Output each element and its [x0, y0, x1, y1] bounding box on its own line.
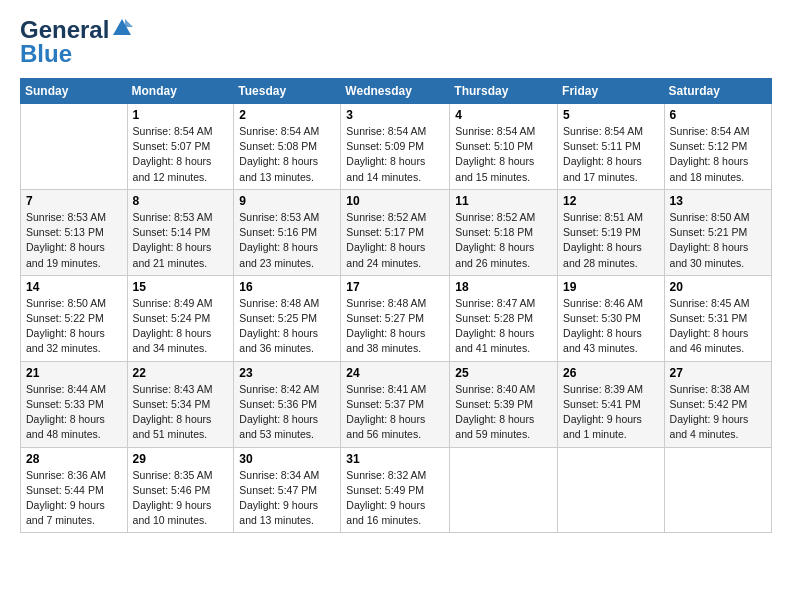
day-info: Sunrise: 8:53 AMSunset: 5:14 PMDaylight:… — [133, 210, 229, 271]
calendar-day-cell: 4Sunrise: 8:54 AMSunset: 5:10 PMDaylight… — [450, 104, 558, 190]
calendar-week-row: 21Sunrise: 8:44 AMSunset: 5:33 PMDayligh… — [21, 361, 772, 447]
calendar-day-cell: 5Sunrise: 8:54 AMSunset: 5:11 PMDaylight… — [558, 104, 665, 190]
day-number: 14 — [26, 280, 122, 294]
day-number: 6 — [670, 108, 766, 122]
day-info: Sunrise: 8:54 AMSunset: 5:09 PMDaylight:… — [346, 124, 444, 185]
day-info: Sunrise: 8:44 AMSunset: 5:33 PMDaylight:… — [26, 382, 122, 443]
day-number: 29 — [133, 452, 229, 466]
day-info: Sunrise: 8:41 AMSunset: 5:37 PMDaylight:… — [346, 382, 444, 443]
day-info: Sunrise: 8:54 AMSunset: 5:10 PMDaylight:… — [455, 124, 552, 185]
day-info: Sunrise: 8:54 AMSunset: 5:11 PMDaylight:… — [563, 124, 659, 185]
calendar-week-row: 7Sunrise: 8:53 AMSunset: 5:13 PMDaylight… — [21, 189, 772, 275]
day-number: 11 — [455, 194, 552, 208]
day-number: 2 — [239, 108, 335, 122]
day-info: Sunrise: 8:32 AMSunset: 5:49 PMDaylight:… — [346, 468, 444, 529]
day-number: 25 — [455, 366, 552, 380]
day-number: 4 — [455, 108, 552, 122]
day-number: 31 — [346, 452, 444, 466]
day-number: 28 — [26, 452, 122, 466]
col-friday: Friday — [558, 79, 665, 104]
day-info: Sunrise: 8:52 AMSunset: 5:18 PMDaylight:… — [455, 210, 552, 271]
calendar-week-row: 28Sunrise: 8:36 AMSunset: 5:44 PMDayligh… — [21, 447, 772, 533]
day-info: Sunrise: 8:39 AMSunset: 5:41 PMDaylight:… — [563, 382, 659, 443]
col-tuesday: Tuesday — [234, 79, 341, 104]
calendar-page: General Blue Sunday Monday Tuesday Wedne… — [0, 0, 792, 612]
calendar-day-cell: 28Sunrise: 8:36 AMSunset: 5:44 PMDayligh… — [21, 447, 128, 533]
day-info: Sunrise: 8:47 AMSunset: 5:28 PMDaylight:… — [455, 296, 552, 357]
day-info: Sunrise: 8:49 AMSunset: 5:24 PMDaylight:… — [133, 296, 229, 357]
calendar-day-cell: 30Sunrise: 8:34 AMSunset: 5:47 PMDayligh… — [234, 447, 341, 533]
header: General Blue — [20, 16, 772, 68]
day-number: 21 — [26, 366, 122, 380]
day-info: Sunrise: 8:54 AMSunset: 5:07 PMDaylight:… — [133, 124, 229, 185]
day-info: Sunrise: 8:34 AMSunset: 5:47 PMDaylight:… — [239, 468, 335, 529]
day-number: 22 — [133, 366, 229, 380]
calendar-day-cell: 8Sunrise: 8:53 AMSunset: 5:14 PMDaylight… — [127, 189, 234, 275]
day-info: Sunrise: 8:45 AMSunset: 5:31 PMDaylight:… — [670, 296, 766, 357]
day-info: Sunrise: 8:54 AMSunset: 5:12 PMDaylight:… — [670, 124, 766, 185]
calendar-day-cell — [664, 447, 771, 533]
day-info: Sunrise: 8:50 AMSunset: 5:21 PMDaylight:… — [670, 210, 766, 271]
calendar-day-cell: 7Sunrise: 8:53 AMSunset: 5:13 PMDaylight… — [21, 189, 128, 275]
calendar-day-cell: 14Sunrise: 8:50 AMSunset: 5:22 PMDayligh… — [21, 275, 128, 361]
day-number: 19 — [563, 280, 659, 294]
day-number: 15 — [133, 280, 229, 294]
calendar-day-cell: 17Sunrise: 8:48 AMSunset: 5:27 PMDayligh… — [341, 275, 450, 361]
col-thursday: Thursday — [450, 79, 558, 104]
col-saturday: Saturday — [664, 79, 771, 104]
logo-icon — [111, 17, 133, 39]
calendar-table: Sunday Monday Tuesday Wednesday Thursday… — [20, 78, 772, 533]
calendar-day-cell: 26Sunrise: 8:39 AMSunset: 5:41 PMDayligh… — [558, 361, 665, 447]
day-info: Sunrise: 8:51 AMSunset: 5:19 PMDaylight:… — [563, 210, 659, 271]
calendar-day-cell: 27Sunrise: 8:38 AMSunset: 5:42 PMDayligh… — [664, 361, 771, 447]
calendar-day-cell: 21Sunrise: 8:44 AMSunset: 5:33 PMDayligh… — [21, 361, 128, 447]
calendar-day-cell: 13Sunrise: 8:50 AMSunset: 5:21 PMDayligh… — [664, 189, 771, 275]
calendar-day-cell: 24Sunrise: 8:41 AMSunset: 5:37 PMDayligh… — [341, 361, 450, 447]
calendar-day-cell: 11Sunrise: 8:52 AMSunset: 5:18 PMDayligh… — [450, 189, 558, 275]
day-info: Sunrise: 8:42 AMSunset: 5:36 PMDaylight:… — [239, 382, 335, 443]
col-sunday: Sunday — [21, 79, 128, 104]
calendar-day-cell: 9Sunrise: 8:53 AMSunset: 5:16 PMDaylight… — [234, 189, 341, 275]
day-number: 5 — [563, 108, 659, 122]
calendar-day-cell: 31Sunrise: 8:32 AMSunset: 5:49 PMDayligh… — [341, 447, 450, 533]
calendar-day-cell: 22Sunrise: 8:43 AMSunset: 5:34 PMDayligh… — [127, 361, 234, 447]
day-number: 9 — [239, 194, 335, 208]
day-number: 18 — [455, 280, 552, 294]
calendar-day-cell: 18Sunrise: 8:47 AMSunset: 5:28 PMDayligh… — [450, 275, 558, 361]
day-info: Sunrise: 8:36 AMSunset: 5:44 PMDaylight:… — [26, 468, 122, 529]
calendar-day-cell: 6Sunrise: 8:54 AMSunset: 5:12 PMDaylight… — [664, 104, 771, 190]
calendar-day-cell: 25Sunrise: 8:40 AMSunset: 5:39 PMDayligh… — [450, 361, 558, 447]
day-info: Sunrise: 8:48 AMSunset: 5:27 PMDaylight:… — [346, 296, 444, 357]
calendar-day-cell: 20Sunrise: 8:45 AMSunset: 5:31 PMDayligh… — [664, 275, 771, 361]
day-number: 7 — [26, 194, 122, 208]
day-info: Sunrise: 8:46 AMSunset: 5:30 PMDaylight:… — [563, 296, 659, 357]
calendar-day-cell — [21, 104, 128, 190]
calendar-day-cell — [558, 447, 665, 533]
day-number: 1 — [133, 108, 229, 122]
day-info: Sunrise: 8:40 AMSunset: 5:39 PMDaylight:… — [455, 382, 552, 443]
day-number: 30 — [239, 452, 335, 466]
day-info: Sunrise: 8:52 AMSunset: 5:17 PMDaylight:… — [346, 210, 444, 271]
calendar-day-cell: 15Sunrise: 8:49 AMSunset: 5:24 PMDayligh… — [127, 275, 234, 361]
day-number: 20 — [670, 280, 766, 294]
calendar-day-cell — [450, 447, 558, 533]
day-info: Sunrise: 8:50 AMSunset: 5:22 PMDaylight:… — [26, 296, 122, 357]
day-info: Sunrise: 8:48 AMSunset: 5:25 PMDaylight:… — [239, 296, 335, 357]
col-monday: Monday — [127, 79, 234, 104]
day-number: 26 — [563, 366, 659, 380]
day-number: 10 — [346, 194, 444, 208]
calendar-day-cell: 16Sunrise: 8:48 AMSunset: 5:25 PMDayligh… — [234, 275, 341, 361]
calendar-header-row: Sunday Monday Tuesday Wednesday Thursday… — [21, 79, 772, 104]
day-number: 17 — [346, 280, 444, 294]
day-number: 3 — [346, 108, 444, 122]
day-info: Sunrise: 8:54 AMSunset: 5:08 PMDaylight:… — [239, 124, 335, 185]
day-info: Sunrise: 8:43 AMSunset: 5:34 PMDaylight:… — [133, 382, 229, 443]
day-number: 13 — [670, 194, 766, 208]
day-info: Sunrise: 8:53 AMSunset: 5:16 PMDaylight:… — [239, 210, 335, 271]
calendar-week-row: 14Sunrise: 8:50 AMSunset: 5:22 PMDayligh… — [21, 275, 772, 361]
day-number: 23 — [239, 366, 335, 380]
day-info: Sunrise: 8:35 AMSunset: 5:46 PMDaylight:… — [133, 468, 229, 529]
day-number: 27 — [670, 366, 766, 380]
day-info: Sunrise: 8:38 AMSunset: 5:42 PMDaylight:… — [670, 382, 766, 443]
day-number: 16 — [239, 280, 335, 294]
